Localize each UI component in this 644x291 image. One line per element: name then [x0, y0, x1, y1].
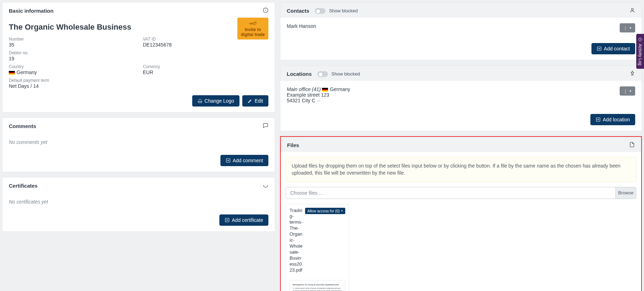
country-label: Country: [9, 64, 143, 69]
user-icon: [630, 7, 635, 14]
locations-header: Locations: [287, 71, 312, 77]
file-name: Trading-terms-The-Organic-Wholesale-Busi…: [290, 208, 303, 273]
activity-log-tab[interactable]: Activity Log: [636, 34, 644, 69]
debtor-value: 19: [9, 56, 143, 61]
change-logo-button[interactable]: Change Logo: [192, 95, 239, 107]
star-icon[interactable]: ☆: [317, 98, 321, 103]
location-city: 54321 City C: [287, 98, 315, 103]
vat-label: VAT ID: [143, 37, 220, 42]
chat-icon: [263, 123, 268, 129]
contacts-show-blocked-toggle[interactable]: [315, 8, 326, 14]
file-access-badge[interactable]: Allow access for (0) ▼: [305, 208, 345, 214]
location-actions-button[interactable]: ⋮▼: [620, 86, 635, 96]
add-location-button[interactable]: Add location: [590, 114, 635, 125]
basic-info-header: Basic information: [9, 8, 54, 14]
location-item: Main office (41) Germany Example street …: [287, 86, 350, 103]
file-preview[interactable]: Betingelser for brug af marcello-applika…: [290, 280, 345, 291]
certificates-header: Certificates: [9, 183, 38, 189]
location-country: Germany: [330, 86, 350, 92]
comments-card: Comments No comments yet Add comment: [2, 117, 275, 172]
svg-point-6: [263, 183, 268, 187]
flag-de-icon: [322, 88, 328, 92]
location-office: Main office (41): [287, 86, 321, 92]
contacts-show-blocked-label: Show blocked: [329, 8, 358, 13]
number-label: Number: [9, 37, 143, 42]
basic-info-card: Basic information The Organic Wholesale …: [2, 2, 275, 113]
add-contact-button[interactable]: Add contact: [591, 43, 635, 54]
locations-show-blocked-toggle[interactable]: [317, 71, 328, 77]
file-input[interactable]: Choose files ... Browse: [286, 187, 636, 199]
files-header: Files: [287, 142, 299, 148]
certificates-card: Certificates No certificates yet Add cer…: [2, 177, 275, 232]
add-comment-button[interactable]: Add comment: [220, 155, 268, 166]
country-value: Germany: [9, 69, 143, 75]
currency-value: EUR: [143, 69, 220, 75]
svg-point-2: [266, 9, 266, 10]
certs-empty: No certificates yet: [9, 198, 268, 208]
contact-name: Mark Hanson: [287, 23, 316, 29]
company-name: The Organic Wholesale Business: [9, 23, 268, 32]
comments-empty: No comments yet: [9, 138, 268, 148]
locations-show-blocked-label: Show blocked: [332, 71, 360, 77]
contact-actions-button[interactable]: ⋮▼: [620, 23, 635, 32]
add-certificate-button[interactable]: Add certificate: [219, 214, 268, 226]
number-value: 35: [9, 42, 143, 48]
file-input-placeholder: Choose files ...: [286, 187, 615, 199]
locations-card: Locations Show blocked Main office (41) …: [280, 65, 642, 131]
file-icon: [629, 142, 635, 148]
currency-label: Currency: [143, 64, 220, 69]
svg-point-10: [631, 8, 633, 10]
upload-hint: Upload files by dropping them on top of …: [286, 157, 636, 182]
invite-digital-trade-button[interactable]: Invite to digital trade: [237, 18, 268, 40]
flag-de-icon: [9, 71, 15, 75]
info-icon[interactable]: [263, 7, 268, 14]
payment-label: Default payment term: [9, 78, 143, 83]
contacts-card: Contacts Show blocked Mark Hanson ⋮▼: [280, 2, 642, 60]
debtor-label: Debtor no.: [9, 50, 143, 55]
contacts-header: Contacts: [287, 8, 309, 14]
comments-header: Comments: [9, 123, 36, 129]
location-street: Example street 123: [287, 92, 350, 98]
pin-icon: [630, 71, 635, 77]
browse-button[interactable]: Browse: [615, 187, 636, 199]
spinner-icon: [263, 182, 268, 189]
vat-value: DE12345678: [143, 42, 220, 48]
payment-value: Net Days / 14: [9, 83, 143, 89]
edit-button[interactable]: Edit: [242, 95, 268, 107]
files-card: Files Upload files by dropping them on t…: [280, 136, 642, 291]
file-card: Trading-terms-The-Organic-Wholesale-Busi…: [286, 204, 349, 291]
